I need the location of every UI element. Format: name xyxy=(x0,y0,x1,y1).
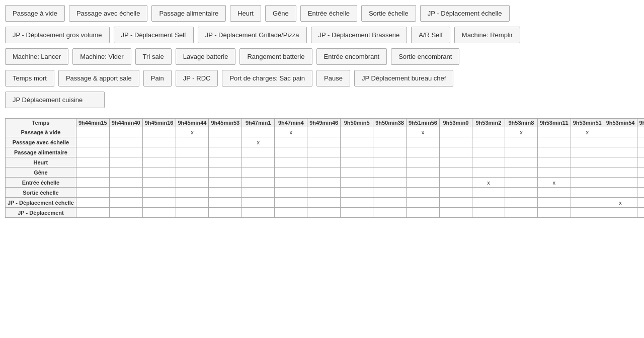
cell-2-16[interactable] xyxy=(604,147,637,157)
cell-6-6[interactable] xyxy=(275,188,307,198)
btn-sortie-echelle[interactable]: Sortie échelle xyxy=(361,5,416,22)
cell-0-15[interactable]: x xyxy=(571,127,604,137)
cell-1-6[interactable] xyxy=(275,137,307,147)
cell-2-17[interactable] xyxy=(637,147,644,157)
cell-0-6[interactable]: x xyxy=(275,127,307,137)
btn-ar-self[interactable]: A/R Self xyxy=(411,27,450,43)
cell-8-5[interactable] xyxy=(242,208,275,218)
cell-0-12[interactable] xyxy=(472,127,505,137)
cell-4-12[interactable] xyxy=(472,167,505,178)
cell-5-16[interactable] xyxy=(604,178,637,188)
cell-7-4[interactable] xyxy=(209,198,242,208)
cell-3-2[interactable] xyxy=(142,157,176,167)
cell-1-12[interactable] xyxy=(472,137,505,147)
cell-6-13[interactable] xyxy=(505,188,537,198)
cell-1-13[interactable] xyxy=(505,137,537,147)
btn-jp-self[interactable]: JP - Déplacement Self xyxy=(114,27,194,43)
cell-2-1[interactable] xyxy=(109,147,142,157)
cell-3-15[interactable] xyxy=(571,157,604,167)
cell-0-2[interactable] xyxy=(142,127,176,137)
cell-2-13[interactable] xyxy=(505,147,537,157)
btn-lavage-batterie[interactable]: Lavage batterie xyxy=(176,48,236,65)
cell-8-12[interactable] xyxy=(472,208,505,218)
cell-0-0[interactable] xyxy=(76,127,109,137)
cell-7-11[interactable] xyxy=(439,198,472,208)
cell-1-15[interactable] xyxy=(571,137,604,147)
cell-7-17[interactable] xyxy=(637,198,644,208)
cell-1-3[interactable] xyxy=(176,137,209,147)
cell-8-15[interactable] xyxy=(571,208,604,218)
cell-0-1[interactable] xyxy=(109,127,142,137)
cell-5-10[interactable] xyxy=(407,178,440,188)
cell-1-14[interactable] xyxy=(537,137,571,147)
cell-6-15[interactable] xyxy=(571,188,604,198)
cell-4-0[interactable] xyxy=(76,167,109,178)
cell-6-5[interactable] xyxy=(242,188,275,198)
btn-jp-rdc[interactable]: JP - RDC xyxy=(176,70,218,87)
btn-jp-bureau-chef[interactable]: JP Déplacement bureau chef xyxy=(354,70,453,87)
btn-machine-remplir[interactable]: Machine: Remplir xyxy=(454,27,520,43)
cell-8-1[interactable] xyxy=(109,208,142,218)
cell-6-9[interactable] xyxy=(373,188,407,198)
cell-8-11[interactable] xyxy=(439,208,472,218)
cell-2-2[interactable] xyxy=(142,147,176,157)
btn-temps-mort[interactable]: Temps mort xyxy=(5,70,54,87)
cell-4-7[interactable] xyxy=(307,167,341,178)
btn-pain[interactable]: Pain xyxy=(143,70,172,87)
cell-3-1[interactable] xyxy=(109,157,142,167)
cell-0-13[interactable]: x xyxy=(505,127,537,137)
cell-7-8[interactable] xyxy=(341,198,373,208)
cell-2-6[interactable] xyxy=(275,147,307,157)
cell-6-1[interactable] xyxy=(109,188,142,198)
cell-8-13[interactable] xyxy=(505,208,537,218)
cell-7-2[interactable] xyxy=(142,198,176,208)
btn-entree-encombrant[interactable]: Entrée encombrant xyxy=(316,48,387,65)
cell-3-4[interactable] xyxy=(209,157,242,167)
cell-5-17[interactable] xyxy=(637,178,644,188)
cell-0-5[interactable] xyxy=(242,127,275,137)
cell-7-6[interactable] xyxy=(275,198,307,208)
cell-3-7[interactable] xyxy=(307,157,341,167)
jp-cuisine-input[interactable] xyxy=(5,92,105,108)
cell-3-8[interactable] xyxy=(341,157,373,167)
cell-8-3[interactable] xyxy=(176,208,209,218)
cell-6-12[interactable] xyxy=(472,188,505,198)
cell-8-16[interactable] xyxy=(604,208,637,218)
cell-2-11[interactable] xyxy=(439,147,472,157)
cell-5-11[interactable] xyxy=(439,178,472,188)
cell-1-7[interactable] xyxy=(307,137,341,147)
cell-1-10[interactable] xyxy=(407,137,440,147)
cell-8-14[interactable] xyxy=(537,208,571,218)
cell-2-9[interactable] xyxy=(373,147,407,157)
btn-passage-alimentaire[interactable]: Passage alimentaire xyxy=(151,5,226,22)
cell-5-6[interactable] xyxy=(275,178,307,188)
cell-2-15[interactable] xyxy=(571,147,604,157)
cell-8-17[interactable] xyxy=(637,208,644,218)
cell-8-2[interactable] xyxy=(142,208,176,218)
cell-3-3[interactable] xyxy=(176,157,209,167)
btn-gene[interactable]: Gêne xyxy=(265,5,296,22)
cell-6-14[interactable] xyxy=(537,188,571,198)
btn-pause[interactable]: Pause xyxy=(316,70,350,87)
cell-5-1[interactable] xyxy=(109,178,142,188)
cell-7-0[interactable] xyxy=(76,198,109,208)
btn-jp-grillade[interactable]: JP - Déplacement Grillade/Pizza xyxy=(198,27,307,43)
cell-3-0[interactable] xyxy=(76,157,109,167)
cell-4-1[interactable] xyxy=(109,167,142,178)
cell-5-5[interactable] xyxy=(242,178,275,188)
cell-3-10[interactable] xyxy=(407,157,440,167)
cell-3-6[interactable] xyxy=(275,157,307,167)
cell-4-15[interactable] xyxy=(571,167,604,178)
cell-4-16[interactable] xyxy=(604,167,637,178)
cell-5-13[interactable] xyxy=(505,178,537,188)
cell-2-7[interactable] xyxy=(307,147,341,157)
cell-4-11[interactable] xyxy=(439,167,472,178)
cell-7-15[interactable] xyxy=(571,198,604,208)
btn-port-charges[interactable]: Port de charges: Sac pain xyxy=(222,70,312,87)
btn-sortie-encombrant[interactable]: Sortie encombrant xyxy=(391,48,459,65)
cell-4-10[interactable] xyxy=(407,167,440,178)
cell-2-12[interactable] xyxy=(472,147,505,157)
cell-7-3[interactable] xyxy=(176,198,209,208)
cell-6-11[interactable] xyxy=(439,188,472,198)
cell-2-14[interactable] xyxy=(537,147,571,157)
